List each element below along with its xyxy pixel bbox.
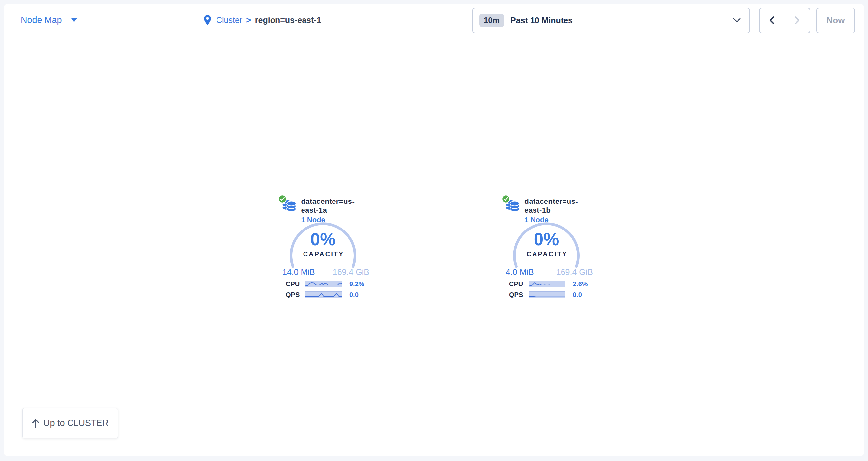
chevron-left-icon bbox=[769, 16, 775, 25]
capacity-percent: 0% bbox=[310, 230, 336, 248]
time-range-label: Past 10 Minutes bbox=[510, 16, 573, 25]
qps-value: 0.0 bbox=[349, 291, 359, 299]
cpu-label: CPU bbox=[286, 280, 305, 288]
cpu-sparkline bbox=[529, 281, 565, 288]
breadcrumb-separator: > bbox=[246, 15, 251, 25]
header-bar: Node Map Cluster > region=us-east-1 10m … bbox=[4, 4, 864, 36]
datacenter-group-us-east-1b[interactable]: datacenter=us-east-1b 1 Node 0% CAPACITY… bbox=[504, 193, 595, 305]
breadcrumb: Cluster > region=us-east-1 bbox=[204, 4, 321, 36]
qps-row: QPS 0.0 bbox=[504, 291, 595, 298]
capacity-total: 169.4 GiB bbox=[556, 267, 593, 277]
cpu-label: CPU bbox=[509, 280, 529, 288]
datacenter-name: datacenter=us-east-1a bbox=[301, 197, 371, 215]
capacity-used: 14.0 MiB bbox=[282, 267, 315, 277]
capacity-gauge: 0% CAPACITY bbox=[504, 219, 595, 269]
capacity-percent: 0% bbox=[534, 230, 559, 248]
caret-down-icon bbox=[71, 19, 77, 22]
cpu-value: 9.2% bbox=[349, 280, 365, 288]
node-map-panel: Node Map Cluster > region=us-east-1 10m … bbox=[4, 4, 864, 456]
time-next-button[interactable] bbox=[785, 8, 810, 33]
qps-sparkline bbox=[529, 291, 565, 298]
cpu-value: 2.6% bbox=[573, 280, 588, 288]
datacenter-group-us-east-1a[interactable]: datacenter=us-east-1a 1 Node 0% CAPACITY… bbox=[280, 193, 371, 305]
capacity-gauge: 0% CAPACITY bbox=[280, 219, 371, 269]
view-selector-dropdown[interactable]: Node Map bbox=[21, 4, 77, 36]
capacity-total: 169.4 GiB bbox=[333, 267, 369, 277]
time-range-badge: 10m bbox=[479, 13, 504, 27]
datacenter-icon-wrap bbox=[506, 195, 520, 212]
time-prev-button[interactable] bbox=[760, 8, 785, 33]
datacenter-name: datacenter=us-east-1b bbox=[524, 197, 595, 215]
chevron-down-icon bbox=[733, 18, 741, 23]
now-button-label: Now bbox=[827, 15, 845, 26]
healthy-check-icon bbox=[278, 194, 287, 203]
breadcrumb-current: region=us-east-1 bbox=[255, 15, 321, 25]
qps-label: QPS bbox=[509, 291, 529, 299]
now-button[interactable]: Now bbox=[816, 7, 855, 33]
cpu-row: CPU 2.6% bbox=[504, 281, 595, 288]
chevron-right-icon bbox=[794, 16, 800, 25]
qps-value: 0.0 bbox=[573, 291, 582, 299]
breadcrumb-cluster-link[interactable]: Cluster bbox=[216, 15, 242, 25]
capacity-used: 4.0 MiB bbox=[506, 267, 534, 277]
location-pin-icon bbox=[204, 15, 211, 25]
up-to-cluster-button[interactable]: Up to CLUSTER bbox=[23, 408, 118, 438]
capacity-values: 4.0 MiB 169.4 GiB bbox=[504, 267, 595, 277]
qps-label: QPS bbox=[286, 291, 305, 299]
capacity-values: 14.0 MiB 169.4 GiB bbox=[280, 267, 371, 277]
metrics: CPU 2.6% QPS 0.0 bbox=[504, 281, 595, 302]
time-range-select[interactable]: 10m Past 10 Minutes bbox=[472, 7, 750, 33]
qps-row: QPS 0.0 bbox=[280, 291, 371, 298]
metrics: CPU 9.2% QPS 0.0 bbox=[280, 281, 371, 302]
view-selector-label: Node Map bbox=[21, 15, 62, 25]
datacenter-icon-wrap bbox=[282, 195, 296, 212]
time-step-buttons bbox=[759, 7, 810, 33]
qps-sparkline bbox=[305, 291, 342, 298]
arrow-up-icon bbox=[32, 419, 39, 428]
capacity-caption: CAPACITY bbox=[303, 250, 344, 258]
cpu-row: CPU 9.2% bbox=[280, 281, 371, 288]
up-to-cluster-label: Up to CLUSTER bbox=[43, 418, 109, 428]
cpu-sparkline bbox=[305, 281, 342, 288]
header-divider bbox=[456, 7, 457, 33]
capacity-caption: CAPACITY bbox=[527, 250, 568, 258]
healthy-check-icon bbox=[501, 194, 510, 203]
